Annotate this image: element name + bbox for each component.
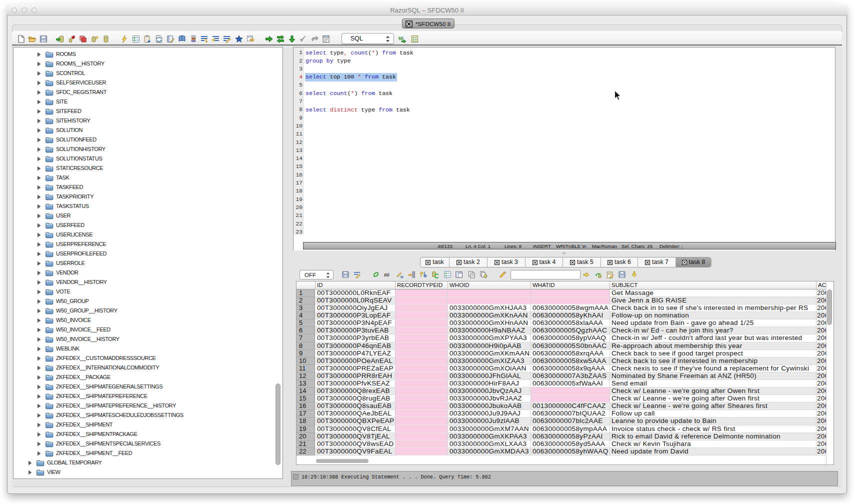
svg-text:66: 66 — [384, 272, 390, 278]
svg-text:66: 66 — [398, 36, 404, 41]
